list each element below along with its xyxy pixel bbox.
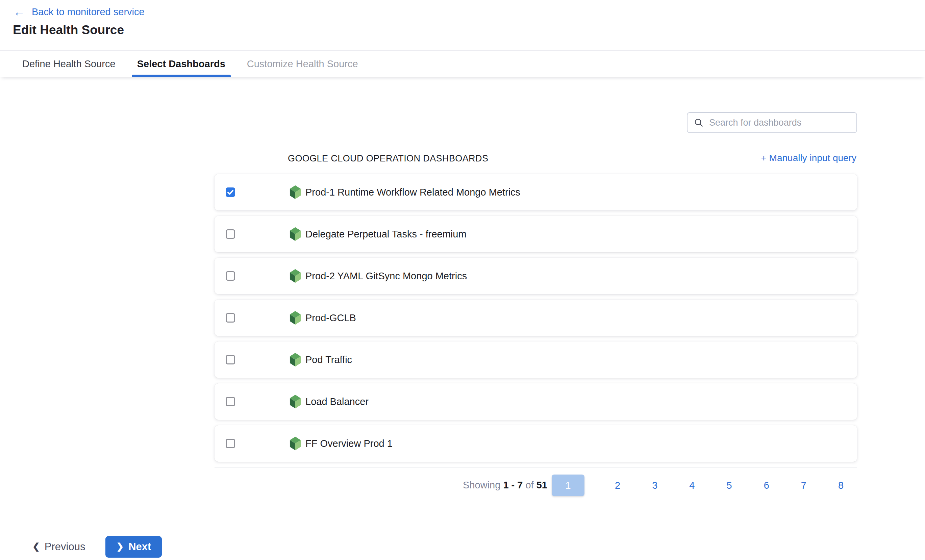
dashboard-row-label: Prod-2 YAML GitSync Mongo Metrics — [306, 271, 467, 282]
list-divider — [214, 467, 857, 467]
next-button[interactable]: ❯ Next — [105, 536, 162, 558]
dashboard-group-title: GOOGLE CLOUD OPERATION DASHBOARDS — [288, 154, 488, 164]
tab-select-dashboards[interactable]: Select Dashboards — [135, 51, 227, 77]
tab-define-health-source[interactable]: Define Health Source — [20, 51, 118, 77]
chevron-right-icon: ❯ — [116, 542, 124, 552]
footer-bar: ❮ Previous ❯ Next — [0, 533, 925, 560]
tab-customize-health-source[interactable]: Customize Health Source — [245, 51, 360, 77]
dashboard-row[interactable]: Prod-1 Runtime Workflow Related Mongo Me… — [214, 174, 857, 211]
dashboard-checkbox[interactable] — [226, 313, 235, 322]
next-button-label: Next — [128, 541, 151, 553]
dashboard-row[interactable]: Delegate Perpetual Tasks - freemium — [214, 216, 857, 252]
dashboard-search-box[interactable] — [687, 112, 857, 133]
page-button-active[interactable]: 1 — [552, 474, 585, 496]
dashboard-checkbox[interactable] — [226, 229, 235, 239]
gcp-dashboard-icon — [289, 394, 302, 409]
gcp-dashboard-icon — [289, 227, 302, 241]
previous-button[interactable]: ❮ Previous — [32, 541, 85, 553]
pagination-range: 1 - 7 — [503, 480, 523, 491]
back-to-monitored-service-link[interactable]: ← Back to monitored service — [14, 6, 145, 18]
previous-button-label: Previous — [45, 541, 86, 553]
manually-input-query-link[interactable]: + Manually input query — [761, 153, 856, 164]
gcp-dashboard-icon — [289, 437, 302, 450]
dashboard-checkbox[interactable] — [226, 397, 235, 406]
gcp-dashboard-icon — [289, 352, 302, 367]
chevron-left-icon: ❮ — [32, 542, 40, 552]
dashboard-row[interactable]: Prod-GCLB — [214, 300, 857, 336]
dashboard-list: Prod-1 Runtime Workflow Related Mongo Me… — [214, 174, 857, 467]
dashboard-row[interactable]: Load Balancer — [214, 383, 857, 420]
page-button[interactable]: 5 — [725, 480, 734, 491]
gcp-dashboard-icon — [289, 311, 302, 325]
dashboard-checkbox[interactable] — [226, 439, 235, 448]
dashboard-checkbox-checked[interactable] — [226, 187, 235, 197]
page-button[interactable]: 3 — [651, 480, 659, 491]
pagination-pages: 12345678 — [552, 474, 845, 497]
search-input[interactable] — [709, 117, 850, 128]
select-dashboards-panel: GOOGLE CLOUD OPERATION DASHBOARDS + Manu… — [0, 77, 925, 533]
page-button[interactable]: 8 — [837, 480, 845, 491]
dashboard-row-label: Load Balancer — [306, 396, 369, 407]
pagination: Showing 1 - 7 of 51 12345678 — [214, 474, 857, 498]
page-button[interactable]: 6 — [762, 480, 771, 491]
back-arrow-icon: ← — [14, 6, 25, 18]
dashboard-row-label: FF Overview Prod 1 — [306, 438, 393, 449]
page-title: Edit Health Source — [13, 23, 124, 37]
dashboard-row[interactable]: Pod Traffic — [214, 342, 857, 378]
dashboard-row[interactable]: FF Overview Prod 1 — [214, 425, 857, 462]
dashboard-row-label: Prod-1 Runtime Workflow Related Mongo Me… — [306, 187, 520, 198]
dashboard-row-label: Delegate Perpetual Tasks - freemium — [306, 229, 467, 240]
page-button[interactable]: 4 — [688, 480, 696, 491]
page-button[interactable]: 7 — [800, 480, 808, 491]
pagination-total: 51 — [536, 480, 547, 491]
pagination-summary: Showing 1 - 7 of 51 — [463, 480, 547, 491]
page-header: ← Back to monitored service Edit Health … — [0, 0, 925, 50]
gcp-dashboard-icon — [289, 185, 302, 199]
gcp-dashboard-icon — [289, 269, 302, 283]
page-button[interactable]: 2 — [613, 480, 622, 491]
dashboard-row-label: Prod-GCLB — [306, 312, 356, 324]
edit-health-source-page: ← Back to monitored service Edit Health … — [0, 0, 925, 560]
back-link-label: Back to monitored service — [32, 6, 145, 18]
wizard-tab-bar: Define Health SourceSelect DashboardsCus… — [0, 50, 925, 77]
dashboard-checkbox[interactable] — [226, 271, 235, 281]
dashboard-row-label: Pod Traffic — [306, 354, 352, 366]
search-icon — [694, 117, 704, 128]
dashboard-checkbox[interactable] — [226, 355, 235, 364]
dashboard-row[interactable]: Prod-2 YAML GitSync Mongo Metrics — [214, 258, 857, 294]
